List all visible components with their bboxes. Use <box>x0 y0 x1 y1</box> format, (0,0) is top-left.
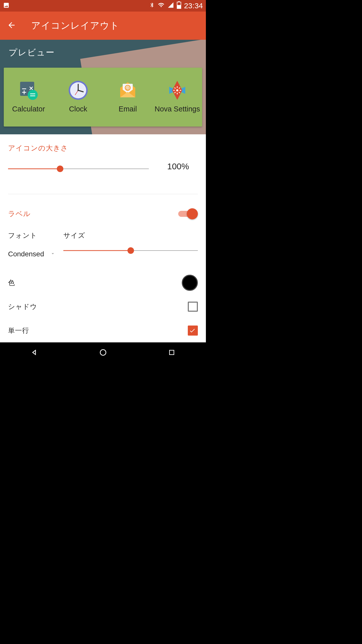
font-value: Condensed <box>8 250 44 258</box>
svg-point-15 <box>77 90 79 91</box>
svg-point-23 <box>176 89 178 91</box>
shadow-checkbox[interactable] <box>188 302 198 312</box>
preview-app-label: Nova Settings <box>155 105 200 113</box>
nav-back-icon[interactable] <box>27 347 42 357</box>
preview-app-clock: Clock <box>53 79 103 113</box>
divider <box>8 194 198 194</box>
preview-app-label: Clock <box>69 105 87 113</box>
label-size-slider[interactable] <box>63 250 198 251</box>
battery-icon: 23 <box>176 1 182 11</box>
svg-point-7 <box>28 90 38 100</box>
nav-home-icon[interactable] <box>96 347 111 357</box>
status-bar: 23 23:34 <box>0 0 206 12</box>
single-line-label: 単一行 <box>8 326 29 335</box>
section-title-icon-size: アイコンの大きさ <box>8 143 198 153</box>
icon-size-row: 100% <box>8 166 198 171</box>
svg-point-32 <box>100 349 106 355</box>
preview-card: Calculator Clock <box>4 68 202 127</box>
battery-level-text: 23 <box>176 3 182 6</box>
svg-text:@: @ <box>126 86 130 90</box>
clock-icon <box>67 79 89 101</box>
preview-app-calculator: Calculator <box>4 79 53 113</box>
calculator-icon <box>18 79 40 101</box>
single-line-row[interactable]: 単一行 <box>8 318 198 342</box>
label-section-header: ラベル <box>8 208 198 219</box>
svg-rect-33 <box>169 350 174 355</box>
color-label: 色 <box>8 278 15 287</box>
status-time: 23:34 <box>184 2 203 10</box>
shadow-label: シャドウ <box>8 302 37 311</box>
dropdown-caret-icon <box>50 250 56 258</box>
status-right: 23 23:34 <box>149 1 203 11</box>
font-column: フォント Condensed <box>8 231 63 258</box>
page-title: アイコンレイアウト <box>31 19 119 32</box>
navigation-bar <box>0 342 206 362</box>
svg-rect-2 <box>177 5 181 9</box>
size-column: サイズ <box>63 231 198 258</box>
cell-signal-icon <box>167 2 174 10</box>
shadow-row[interactable]: シャドウ <box>8 295 198 318</box>
screen: 23 23:34 アイコンレイアウト プレビュー <box>0 0 206 362</box>
bluetooth-icon <box>149 2 155 10</box>
nova-settings-icon <box>166 79 188 101</box>
label-toggle[interactable] <box>178 208 198 219</box>
wifi-icon <box>157 2 165 10</box>
color-swatch[interactable] <box>182 275 198 291</box>
font-heading: フォント <box>8 231 63 240</box>
icon-size-slider[interactable] <box>8 168 149 169</box>
image-icon <box>3 2 10 10</box>
back-arrow-icon[interactable] <box>7 21 16 31</box>
nav-recent-icon[interactable] <box>164 347 179 357</box>
preview-app-label: Calculator <box>12 105 45 113</box>
single-line-checkbox[interactable] <box>188 326 198 336</box>
preview-heading: プレビュー <box>9 47 55 58</box>
preview-app-label: Email <box>119 105 137 113</box>
size-heading: サイズ <box>63 231 198 240</box>
preview-app-nova: Nova Settings <box>153 79 202 113</box>
settings-panel: アイコンの大きさ 100% ラベル フォント Condensed <box>0 134 206 342</box>
section-title-label: ラベル <box>8 209 31 219</box>
color-row[interactable]: 色 <box>8 271 198 295</box>
icon-size-value: 100% <box>159 162 189 171</box>
font-dropdown[interactable]: Condensed <box>8 250 63 258</box>
app-bar: アイコンレイアウト <box>0 12 206 40</box>
email-icon: @ <box>117 79 139 101</box>
status-left <box>3 2 10 10</box>
preview-area: プレビュー Calculator <box>0 40 206 134</box>
preview-app-email: @ Email <box>103 79 153 113</box>
font-size-row: フォント Condensed サイズ <box>8 231 198 258</box>
